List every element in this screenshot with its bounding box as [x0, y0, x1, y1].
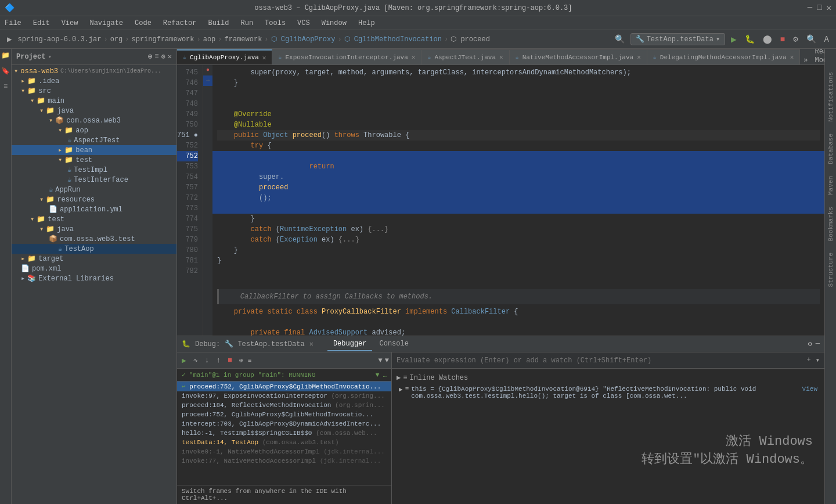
sidebar-collapse-btn[interactable]: ≡ — [154, 52, 158, 61]
database-icon[interactable]: Database — [827, 134, 834, 164]
frame-item-7[interactable]: invoke0:-1, NativeMethodAccessorImpl (jd… — [177, 447, 391, 456]
tab-close-btn[interactable]: ✕ — [790, 53, 794, 61]
menu-code[interactable]: Code — [132, 18, 154, 28]
tree-item-test-pkg[interactable]: ▾ 📁 test — [12, 155, 176, 165]
structure-icon[interactable]: ≡ — [3, 82, 8, 91]
debug-settings-btn[interactable]: ⚙ — [808, 340, 812, 348]
breadcrumb-jar[interactable]: spring-aop-6.0.3.jar — [17, 35, 101, 44]
breadcrumb-method[interactable]: ⬡ proceed — [451, 35, 490, 44]
sidebar-locate-btn[interactable]: ⊕ — [148, 52, 152, 61]
tree-item-package[interactable]: ▾ 📦 com.ossa.web3 — [12, 116, 176, 125]
filter-thread-btn[interactable]: ▼ — [376, 372, 380, 379]
stop-button[interactable]: ■ — [778, 34, 787, 45]
tab-expose[interactable]: ☕ ExposeInvocationInterceptor.java ✕ — [272, 49, 421, 64]
tab-close-btn[interactable]: ✕ — [499, 53, 503, 61]
menu-refactor[interactable]: Refactor — [161, 18, 199, 28]
step-out-btn[interactable]: ↑ — [214, 355, 223, 366]
menu-build[interactable]: Build — [206, 18, 231, 28]
frame-item-2[interactable]: proceed:184, ReflectiveMethodInvocation … — [177, 401, 391, 410]
toolbar-run-btn[interactable]: ▶ — [5, 33, 14, 45]
view-link[interactable]: View — [802, 386, 817, 393]
settings-btn[interactable]: ⚙ — [791, 33, 800, 45]
code-content[interactable]: super(proxy, target, method, arguments, … — [212, 65, 824, 336]
tree-item-target[interactable]: ▸ 📁 target — [12, 254, 176, 264]
tree-item-aspectjtest[interactable]: ☕ AspectJTest — [12, 135, 176, 145]
maven-icon[interactable]: Maven — [827, 176, 834, 195]
tab-close-btn[interactable]: ✕ — [262, 54, 266, 62]
tree-item-test-dir[interactable]: ▾ 📁 test — [12, 214, 176, 224]
tree-item-root[interactable]: ▾ ossa-web3 C:\Users\sunjinxin\IdeaPro..… — [12, 66, 176, 76]
search-btn2[interactable]: 🔍 — [804, 33, 819, 45]
tab-delegating[interactable]: ☕ DelegatingMethodAccessorImpl.java ✕ — [647, 49, 801, 64]
tree-item-java2[interactable]: ▾ 📁 java — [12, 224, 176, 234]
run-config-dropdown[interactable]: 🔧 TestAop.testData ▾ — [630, 33, 725, 45]
sidebar-dropdown[interactable]: ▾ — [48, 53, 52, 60]
resume-btn[interactable]: ▶ — [179, 355, 189, 366]
breadcrumb-aop[interactable]: aop — [203, 35, 216, 44]
breadcrumb-class2[interactable]: ⬡ CglibMethodInvocation — [344, 35, 442, 44]
frame-item-3[interactable]: proceed:752, CglibAopProxy$CglibMethodIn… — [177, 410, 391, 419]
breadcrumb-springframework[interactable]: springframework — [131, 35, 194, 44]
tree-item-java[interactable]: ▾ 📁 java — [12, 106, 176, 116]
sidebar-close-btn[interactable]: ✕ — [168, 52, 172, 61]
frame-item-1[interactable]: invoke:97, ExposeInvocationInterceptor (… — [177, 391, 391, 401]
filter-btn[interactable]: ▼ — [379, 357, 383, 365]
tab-aspectj[interactable]: ☕ AspectJTest.java ✕ — [421, 49, 509, 64]
eval-input[interactable] — [397, 357, 807, 365]
menu-navigate[interactable]: Navigate — [87, 18, 125, 28]
close-btn[interactable]: ✕ — [827, 3, 831, 13]
tree-item-testimpl[interactable]: ☕ TestImpl — [12, 165, 176, 175]
debug-close-btn[interactable]: ✕ — [309, 340, 314, 348]
debug-tab-debugger[interactable]: Debugger — [327, 337, 373, 351]
tree-item-testaop[interactable]: ☕ TestAop — [12, 244, 176, 254]
window-controls[interactable]: ─ □ ✕ — [808, 3, 831, 13]
filter-btn2[interactable]: ▼ — [385, 357, 389, 365]
breadcrumb-framework[interactable]: framework — [225, 35, 262, 44]
menu-window[interactable]: Window — [319, 18, 349, 28]
tree-item-test-package[interactable]: 📦 com.ossa.web3.test — [12, 234, 176, 244]
menu-tools[interactable]: Tools — [262, 18, 288, 28]
frame-item-4[interactable]: intercept:703, CglibAopProxy$DynamicAdvi… — [177, 419, 391, 429]
run-button[interactable]: ▶ — [729, 33, 739, 46]
tab-cglib[interactable]: ☕ CglibAopProxy.java ✕ — [177, 49, 272, 64]
tab-close-btn[interactable]: ✕ — [412, 53, 416, 61]
eval-expand-btn[interactable]: ▾ — [816, 356, 820, 365]
menu-file[interactable]: File — [2, 18, 24, 28]
notifications-icon[interactable]: Notifications — [827, 72, 834, 122]
tree-item-bean[interactable]: ▸ 📁 bean — [12, 145, 176, 155]
eval-add-btn[interactable]: + — [807, 356, 811, 365]
tree-item-aop[interactable]: ▾ 📁 aop — [12, 125, 176, 135]
step-into-btn[interactable]: ↓ — [203, 355, 212, 366]
bookmarks-icon[interactable]: Bookmarks — [827, 207, 834, 241]
breadcrumb-class1[interactable]: ⬡ CglibAopProxy — [271, 35, 336, 44]
debug-minimize-btn[interactable]: ─ — [816, 340, 820, 348]
menu-help[interactable]: Help — [356, 18, 377, 28]
frame-item-0[interactable]: ↩ proceed:752, CglibAopProxy$CglibMethod… — [177, 381, 391, 391]
project-icon[interactable]: 📁 — [1, 51, 10, 60]
tab-close-btn[interactable]: ✕ — [637, 53, 641, 61]
menu-run[interactable]: Run — [238, 18, 255, 28]
tree-item-pomxml[interactable]: 📄 pom.xml — [12, 264, 176, 273]
debug-tab-console[interactable]: Console — [373, 337, 414, 351]
tree-item-testinterface[interactable]: ☕ TestInterface — [12, 175, 176, 185]
stop-debug-btn[interactable]: ■ — [225, 355, 235, 366]
tree-item-external-libs[interactable]: ▸ 📚 External Libraries — [12, 273, 176, 283]
tab-native[interactable]: ☕ NativeMethodAccessorImpl.java ✕ — [510, 49, 647, 64]
tree-item-apprun[interactable]: ☕ AppRun — [12, 185, 176, 195]
tree-item-src[interactable]: ▾ 📁 src — [12, 86, 176, 96]
minimize-btn[interactable]: ─ — [808, 3, 812, 13]
menu-edit[interactable]: Edit — [31, 18, 52, 28]
menu-vcs[interactable]: VCS — [295, 18, 312, 28]
frame-item-6[interactable]: testData:14, TestAop (com.ossa.web3.test… — [177, 438, 391, 447]
tree-item-appyml[interactable]: 📄 application.yml — [12, 204, 176, 214]
expand-arrow[interactable]: ▶ — [397, 373, 401, 382]
tree-item-main[interactable]: ▾ 📁 main — [12, 96, 176, 106]
frame-item-5[interactable]: hello:-1, TestImpl$$SpringCGLIB$$0 (com.… — [177, 429, 391, 438]
debug-run-name[interactable]: 🔧 TestAop.testData — [225, 340, 304, 348]
watch-expand-btn[interactable]: ▶ — [399, 386, 403, 393]
tree-item-idea[interactable]: ▸ 📁 .idea — [12, 76, 176, 86]
bookmark-icon[interactable]: 🔖 — [1, 67, 10, 75]
coverage-button[interactable]: ⬤ — [761, 33, 774, 45]
translate-btn[interactable]: A — [822, 34, 831, 45]
more-btn[interactable]: … — [383, 372, 387, 379]
